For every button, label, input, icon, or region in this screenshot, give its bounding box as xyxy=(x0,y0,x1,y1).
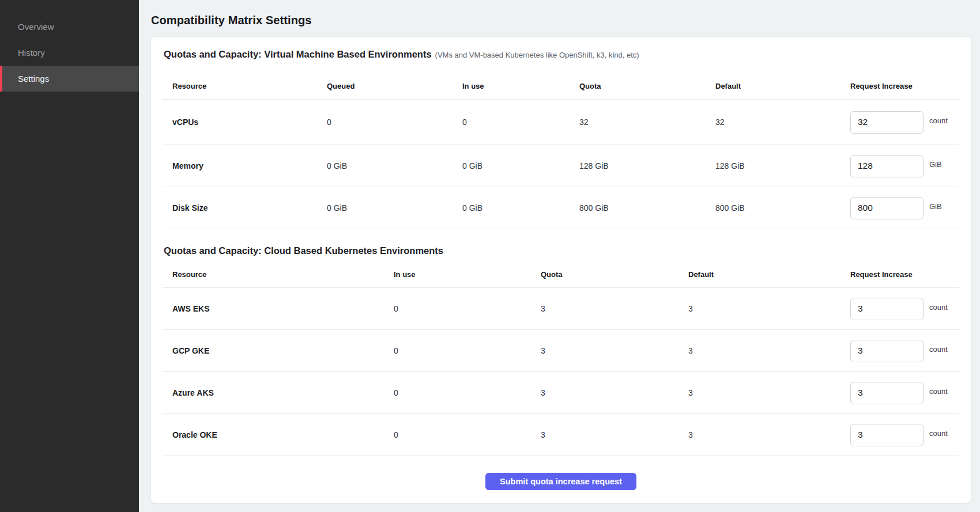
vcpus-request-input[interactable] xyxy=(850,111,924,134)
request-increase-cell: count xyxy=(850,340,959,362)
quotas-card: Quotas and Capacity: Virtual Machine Bas… xyxy=(150,36,971,503)
request-increase-cell: count xyxy=(850,298,959,320)
request-increase-cell: GiB xyxy=(850,155,959,177)
cloud-section-title: Quotas and Capacity: Cloud Based Kuberne… xyxy=(164,245,959,256)
resource-name: Oracle OKE xyxy=(163,430,394,439)
quota-value: 3 xyxy=(541,430,688,439)
unit-label: count xyxy=(929,116,948,125)
gcp-gke-request-input[interactable] xyxy=(850,340,924,362)
vm-table-header-row: Resource Queued In use Quota Default Req… xyxy=(163,61,959,100)
request-increase-cell: count xyxy=(850,111,959,134)
memory-request-input[interactable] xyxy=(850,155,924,177)
in-use-value: 0 xyxy=(394,304,541,313)
sidebar-item-label: History xyxy=(18,48,45,58)
azure-aks-request-input[interactable] xyxy=(850,382,924,404)
vm-quota-table: Resource Queued In use Quota Default Req… xyxy=(163,61,959,229)
column-header-in-use: In use xyxy=(462,82,579,99)
table-row-aws-eks: AWS EKS 0 3 3 count xyxy=(163,288,959,330)
submit-quota-increase-button[interactable]: Submit quota increase request xyxy=(485,473,636,490)
request-increase-cell: GiB xyxy=(850,197,959,219)
column-header-default: Default xyxy=(688,270,850,287)
resource-name: AWS EKS xyxy=(163,304,394,313)
vm-section-title-text: Quotas and Capacity: Virtual Machine Bas… xyxy=(164,49,432,59)
quota-value: 128 GiB xyxy=(579,161,715,170)
resource-name: Memory xyxy=(163,161,327,170)
default-value: 3 xyxy=(688,430,850,439)
unit-label: count xyxy=(929,303,948,312)
in-use-value: 0 xyxy=(394,388,541,397)
column-header-quota: Quota xyxy=(541,270,688,287)
default-value: 128 GiB xyxy=(715,161,850,170)
table-row-disk-size: Disk Size 0 GiB 0 GiB 800 GiB 800 GiB Gi… xyxy=(163,187,959,229)
in-use-value: 0 GiB xyxy=(462,203,579,213)
aws-eks-request-input[interactable] xyxy=(850,298,924,320)
quota-value: 32 xyxy=(579,117,715,127)
request-increase-cell: count xyxy=(850,382,959,404)
resource-name: vCPUs xyxy=(163,117,327,127)
in-use-value: 0 xyxy=(462,117,579,127)
cloud-table-header-row: Resource In use Quota Default Request In… xyxy=(163,256,959,288)
oracle-oke-request-input[interactable] xyxy=(850,424,924,446)
queued-value: 0 GiB xyxy=(327,161,462,170)
table-row-oracle-oke: Oracle OKE 0 3 3 count xyxy=(163,414,959,456)
column-header-resource: Resource xyxy=(163,270,394,287)
quota-value: 3 xyxy=(541,304,688,313)
quota-value: 3 xyxy=(541,388,688,397)
vm-section-title: Quotas and Capacity: Virtual Machine Bas… xyxy=(164,48,959,61)
resource-name: GCP GKE xyxy=(163,346,394,355)
column-header-quota: Quota xyxy=(579,82,715,99)
table-row-vcpus: vCPUs 0 0 32 32 count xyxy=(163,100,959,145)
table-row-memory: Memory 0 GiB 0 GiB 128 GiB 128 GiB GiB xyxy=(163,145,959,187)
default-value: 800 GiB xyxy=(715,203,850,213)
table-row-azure-aks: Azure AKS 0 3 3 count xyxy=(163,372,959,414)
sidebar: Overview History Settings xyxy=(0,0,139,512)
table-row-gcp-gke: GCP GKE 0 3 3 count xyxy=(163,330,959,372)
main-content: Compatibility Matrix Settings Quotas and… xyxy=(139,0,980,512)
in-use-value: 0 xyxy=(394,346,541,355)
in-use-value: 0 GiB xyxy=(462,161,579,170)
column-header-queued: Queued xyxy=(327,82,462,99)
column-header-request-increase: Request Increase xyxy=(850,270,959,287)
vm-section-subtitle: (VMs and VM-based Kubernetes like OpenSh… xyxy=(435,51,639,59)
sidebar-item-history[interactable]: History xyxy=(0,40,139,66)
request-increase-cell: count xyxy=(850,424,959,446)
active-accent-bar xyxy=(0,66,2,92)
unit-label: count xyxy=(929,429,948,438)
sidebar-item-label: Overview xyxy=(18,22,54,32)
submit-row: Submit quota increase request xyxy=(163,473,959,490)
quota-value: 800 GiB xyxy=(579,203,715,213)
default-value: 3 xyxy=(688,304,850,313)
sidebar-item-settings[interactable]: Settings xyxy=(0,66,139,92)
unit-label: GiB xyxy=(929,202,942,211)
column-header-resource: Resource xyxy=(163,82,327,99)
in-use-value: 0 xyxy=(394,430,541,439)
disk-size-request-input[interactable] xyxy=(850,197,924,219)
resource-name: Disk Size xyxy=(163,203,327,213)
queued-value: 0 GiB xyxy=(327,203,462,213)
sidebar-item-overview[interactable]: Overview xyxy=(0,14,139,40)
unit-label: GiB xyxy=(929,160,942,169)
cloud-quota-table: Resource In use Quota Default Request In… xyxy=(163,256,959,456)
sidebar-item-label: Settings xyxy=(18,74,49,84)
unit-label: count xyxy=(929,345,948,354)
default-value: 3 xyxy=(688,346,850,355)
quota-value: 3 xyxy=(541,346,688,355)
default-value: 3 xyxy=(688,388,850,397)
unit-label: count xyxy=(929,387,948,396)
default-value: 32 xyxy=(715,117,850,127)
resource-name: Azure AKS xyxy=(163,388,394,397)
column-header-request-increase: Request Increase xyxy=(850,82,959,99)
column-header-in-use: In use xyxy=(394,270,541,287)
column-header-default: Default xyxy=(715,82,850,99)
queued-value: 0 xyxy=(327,117,462,127)
page-title: Compatibility Matrix Settings xyxy=(151,14,980,26)
